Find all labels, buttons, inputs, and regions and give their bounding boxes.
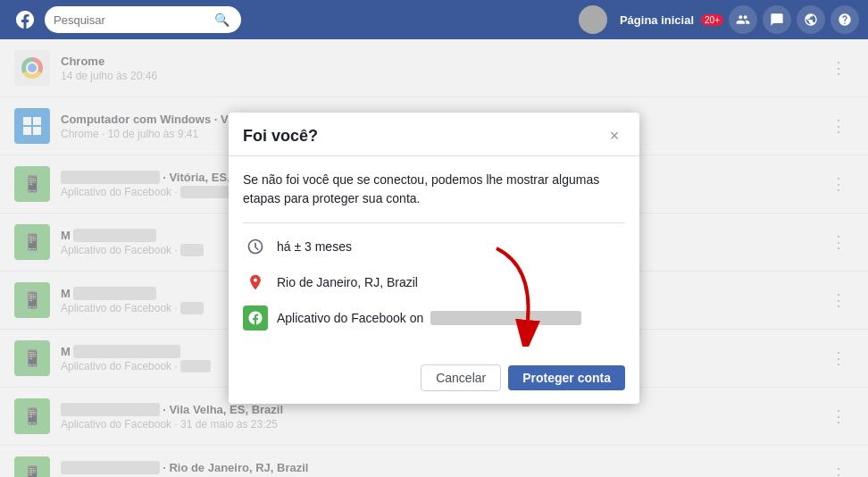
modal-header: Foi você? × — [229, 113, 639, 156]
modal-location-row: Rio de Janeiro, RJ, Brazil — [243, 270, 625, 295]
notification-badge: 20+ — [701, 14, 723, 26]
modal-divider — [243, 222, 625, 223]
facebook-logo[interactable] — [9, 4, 41, 36]
modal-time-row: há ± 3 meses — [243, 234, 625, 259]
modal-description: Se não foi você que se conectou, podemos… — [243, 171, 625, 208]
cancel-button[interactable]: Cancelar — [421, 364, 501, 391]
avatar[interactable] — [579, 5, 607, 34]
modal-app-row: Aplicativo do Facebook on ██████████████… — [243, 305, 625, 331]
modal-app-text: Aplicativo do Facebook on ██████████████… — [277, 311, 581, 325]
home-link[interactable]: Página inicial — [620, 13, 694, 27]
modal-time-text: há ± 3 meses — [277, 239, 352, 254]
top-navigation: 🔍 Página inicial 20+ — [0, 0, 868, 39]
main-content: Chrome 14 de julho às 20:46 ⋮ Computador… — [0, 39, 868, 477]
modal-app-blurred: █████████████████ — [430, 311, 581, 325]
modal-overlay: Foi você? × Se não foi você que se conec… — [0, 39, 868, 477]
search-icon: 🔍 — [214, 13, 230, 27]
search-input[interactable] — [54, 13, 214, 27]
search-bar[interactable]: 🔍 — [45, 6, 241, 33]
help-icon-btn[interactable] — [830, 5, 859, 34]
globe-icon-btn[interactable] — [797, 5, 825, 34]
modal-footer: Cancelar Proteger conta — [229, 356, 639, 404]
modal-body: Se não foi você que se conectou, podemos… — [229, 156, 639, 356]
modal-close-btn[interactable]: × — [604, 125, 625, 146]
protect-account-button[interactable]: Proteger conta — [508, 365, 625, 390]
nav-right: Página inicial 20+ — [579, 5, 859, 34]
facebook-app-icon — [243, 305, 268, 331]
foi-voce-modal: Foi você? × Se não foi você que se conec… — [229, 113, 639, 404]
messages-icon-btn[interactable] — [763, 5, 791, 34]
modal-title: Foi você? — [243, 127, 318, 146]
friends-icon-btn[interactable] — [729, 5, 757, 34]
location-pin-icon — [243, 270, 268, 295]
clock-icon — [243, 234, 268, 259]
modal-location-text: Rio de Janeiro, RJ, Brazil — [277, 275, 418, 289]
